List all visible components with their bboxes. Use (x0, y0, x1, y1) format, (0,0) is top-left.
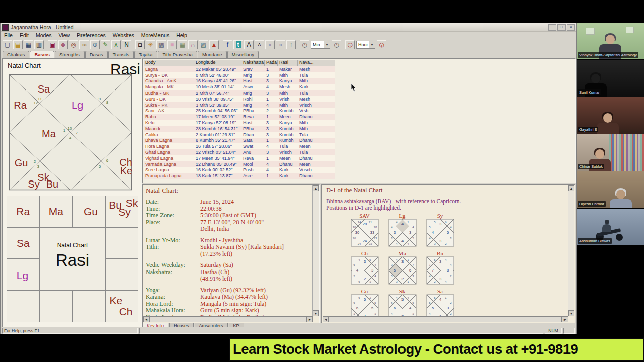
pen-icon[interactable]: ✎ (101, 40, 110, 49)
table-row[interactable]: Maandi28 Kumbh 16' 54.31"PBha3KumbhMith (144, 126, 335, 132)
table-row[interactable]: Guru - BK10 Vrish 38' 09.75"Rohi1VrishMe… (144, 96, 335, 102)
table-row[interactable]: Rahu17 Meen 52' 08.19"Reva1MeenDhanu (144, 114, 335, 120)
new-file-icon[interactable]: ▢ (3, 40, 12, 49)
clock-min-back-icon[interactable]: ◴ (300, 40, 309, 49)
maximize-button[interactable]: □ (557, 24, 566, 31)
magnet-icon[interactable]: ∩ (188, 40, 198, 49)
video-tile[interactable]: Sunil Kumar (577, 60, 644, 97)
south-indian-chart[interactable]: Natal Chart Rasi RaMaGuBuSkSySaLgKeCh (7, 196, 138, 322)
grid-icon[interactable]: ▦ (178, 40, 187, 49)
video-tile[interactable]: Vinayak Bhatt-Saptarishi Astrology (577, 23, 644, 60)
sun-icon[interactable]: ☀ (146, 40, 155, 49)
dark-square-icon[interactable]: ◘ (135, 40, 145, 49)
font-increase-icon[interactable]: A (244, 40, 254, 49)
detail-value: Hastha (Ch) (200, 269, 229, 276)
table-row[interactable]: Mangala - MK10 Mesh 38' 01.14"Aswi4MeshK… (144, 84, 335, 90)
tab-strengths[interactable]: Strengths (55, 51, 85, 58)
svg-text:21: 21 (368, 221, 372, 224)
open-folder-icon[interactable]: ▤ (13, 40, 23, 49)
video-tile[interactable]: Gayathri S (577, 97, 644, 134)
pink-box-icon[interactable]: ■ (167, 40, 177, 49)
film-icon[interactable]: ▩ (156, 40, 166, 49)
tab-miscellany[interactable]: Miscellany (227, 51, 259, 58)
d1-vertical-scrollbar[interactable]: ▲ ▼ (568, 185, 574, 316)
column-longitude[interactable]: Longitude (194, 60, 242, 66)
facebook-icon[interactable]: f (223, 40, 232, 49)
table-row[interactable]: Pranapada Lagna18 Kark 15' 13.87"Asre1Ka… (144, 173, 335, 179)
jhora-logo-icon[interactable]: ▣ (48, 40, 57, 49)
tab-transits[interactable]: Transits (108, 51, 134, 58)
tab-basics[interactable]: Basics (30, 51, 54, 58)
min-select[interactable]: Min▼ (311, 41, 330, 49)
menu-help[interactable]: Help (173, 32, 191, 38)
detail-row: Date:June 15, 2024 (146, 199, 312, 206)
table-row[interactable]: Varnada Lagna12 Dhanu 05' 28.49"Mool4Dha… (144, 161, 335, 167)
table-row[interactable]: Chandra - AmK16 Kanya 48' 41.26"Hast3Kan… (144, 78, 335, 84)
clock-hour-back-icon[interactable]: ◶ (345, 40, 355, 49)
north-icon[interactable]: N (122, 40, 131, 49)
twitter-icon[interactable]: t (233, 40, 243, 49)
table-header[interactable]: BodyLongitudeNakshatraPadaRasiNava... (144, 60, 335, 66)
table-row[interactable]: Sukra - PK3 Mith 53' 39.85"Mrig4MithVris… (144, 102, 335, 108)
print-icon[interactable]: ▥ (34, 40, 44, 49)
clock-min-fwd-icon[interactable]: ◷ (332, 40, 341, 49)
clock-hour-fwd-icon[interactable]: ◵ (377, 40, 386, 49)
column-nakshatra[interactable]: Nakshatra (242, 60, 265, 66)
column-body[interactable]: Body (144, 60, 194, 66)
title-bar[interactable]: Jagannatha Hora - Untitled _ □ × (1, 23, 576, 32)
south-chart-center: Natal Chart Rasi (39, 227, 106, 291)
forward-icon[interactable]: » (276, 40, 285, 49)
video-tile[interactable]: Chinar Sublok (577, 134, 644, 171)
table-row[interactable]: Sani - AK25 Kumbh 04' 56.06"PBha2KumbhVr… (144, 108, 335, 114)
table-row[interactable]: Gulika2 Kumbh 01' 29.81"Dhan3KumbhTula (144, 132, 335, 138)
tab-tithi-pravesha[interactable]: Tithi Pravesha (158, 51, 197, 58)
tab-tajaka[interactable]: Tajaka (134, 51, 157, 58)
table-row[interactable]: Surya - DK0 Mith 52' 46.00"Mrig3MithTula (144, 72, 335, 78)
tab-mundane[interactable]: Mundane (198, 51, 227, 58)
hour-select[interactable]: Hour▼ (356, 41, 375, 49)
table-row[interactable]: Budha - GK2 Mith 07' 56.74"Mrig3MithTula (144, 90, 335, 96)
table-row[interactable]: Vighati Lagna17 Meen 35' 41.94"Reva1Meen… (144, 155, 335, 161)
menu-websites[interactable]: Websites (109, 32, 138, 38)
details-vertical-scrollbar[interactable]: ▲ ▼ (312, 185, 319, 316)
cell: 17 Meen 52' 08.19" (194, 114, 242, 119)
menu-moremenus[interactable]: MoreMenus (138, 32, 173, 38)
column-rasi[interactable]: Rasi (278, 60, 298, 66)
tab-chakras[interactable]: Chakras (3, 51, 29, 58)
table-row[interactable]: Hora Lagna16 Tula 57' 28.86"Swat4TulaMee… (144, 143, 335, 149)
table-row[interactable]: Bhava Lagna8 Kumbh 35' 21.47"Sata1KumbhD… (144, 138, 335, 144)
pin-icon[interactable]: ↑ (286, 40, 296, 49)
pattern-icon[interactable]: ▨ (199, 40, 208, 49)
table-row[interactable]: Sree Lagna16 Kark 00' 02.52"Push4KarkVri… (144, 167, 335, 173)
tree-icon[interactable]: ▲ (209, 40, 219, 49)
menu-preferences[interactable]: Preferences (73, 32, 109, 38)
small-letter-icon[interactable]: ʌ (111, 40, 121, 49)
close-button[interactable]: × (567, 24, 575, 31)
column-pada[interactable]: Pada (265, 60, 278, 66)
details-heading: Natal Chart: (146, 187, 312, 195)
minimize-button[interactable]: _ (548, 24, 556, 31)
font-decrease-icon[interactable]: A (255, 40, 264, 49)
d1-horizontal-scrollbar[interactable]: ◄► (323, 316, 568, 322)
menu-file[interactable]: File (1, 32, 16, 38)
video-tile[interactable]: Dipesh Parmar (577, 171, 644, 209)
details-horizontal-scrollbar[interactable]: ◄► (143, 316, 313, 322)
tab-dasas[interactable]: Dasas (85, 51, 108, 58)
search-pair-icon[interactable]: ∞ (79, 40, 89, 49)
clock-min-fwd-icon: ◷ (334, 41, 339, 48)
column-nava[interactable]: Nava... (298, 60, 332, 66)
menu-edit[interactable]: Edit (16, 32, 32, 38)
search-person-icon[interactable]: ◎ (69, 40, 78, 49)
north-indian-chart[interactable]: Natal Chart Rasi SaRaLgMaGuSkSyBuChKe111… (7, 61, 138, 194)
people-icon[interactable]: ☻ (58, 40, 68, 49)
menu-view[interactable]: View (55, 32, 74, 38)
video-tile[interactable]: Anshuman Biswas (577, 209, 644, 246)
table-row[interactable]: Ketu17 Kanya 52' 08.19"Hast3KanyaMith (144, 120, 335, 126)
table-row[interactable]: Lagna12 Makar 05' 28.49"Srav1MakarMesh (144, 66, 335, 72)
globe-icon[interactable]: ⊕ (90, 40, 100, 49)
back-icon[interactable]: « (265, 40, 275, 49)
save-icon[interactable]: ▦ (24, 40, 33, 49)
menu-modes[interactable]: Modes (32, 32, 55, 38)
table-row[interactable]: Ghati Lagna12 Vrisch 03' 51.04"Anu3Vrisc… (144, 149, 335, 155)
planet-ra: Ra (14, 100, 27, 111)
